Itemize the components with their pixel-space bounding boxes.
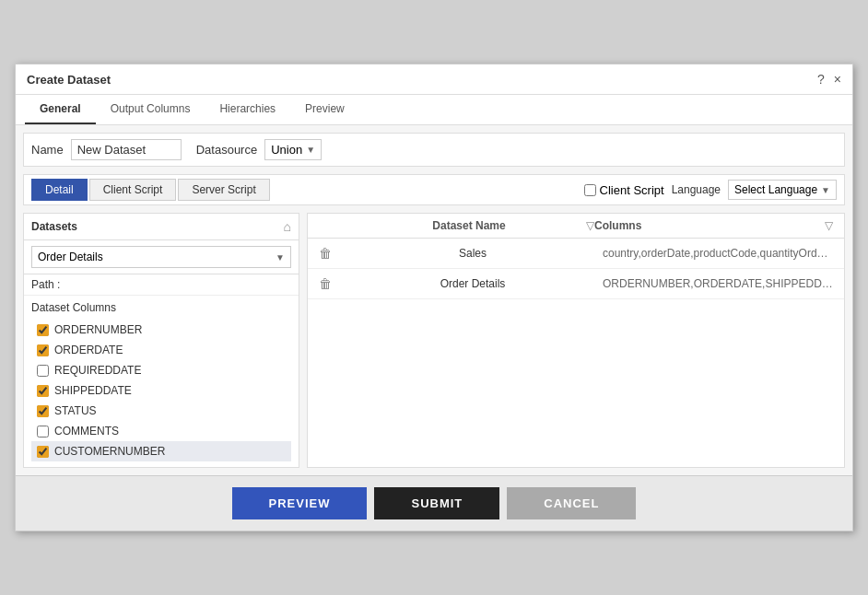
column-item: REQUIREDDATE xyxy=(31,360,291,380)
dataset-dropdown-chevron: ▼ xyxy=(276,252,285,262)
column-checkbox[interactable] xyxy=(37,365,49,377)
main-content: Datasets ⌂ Order Details ▼ Path : Datase… xyxy=(23,213,845,468)
column-item: CUSTOMERNUMBER xyxy=(31,441,291,461)
content-area: Name Datasource Union ▼ Detail Client Sc… xyxy=(16,125,852,475)
column-item: COMMENTS xyxy=(31,421,291,441)
dialog-title: Create Dataset xyxy=(27,73,111,87)
sub-tab-detail[interactable]: Detail xyxy=(31,179,88,201)
right-panel: Dataset Name ▽ Columns ▽ 🗑Salescountry,o… xyxy=(307,213,845,468)
path-row: Path : xyxy=(24,274,299,296)
column-item: ORDERNUMBER xyxy=(31,320,291,340)
submit-button[interactable]: SUBMIT xyxy=(374,487,499,519)
col-header-columns: Columns xyxy=(594,219,821,232)
column-item: STATUS xyxy=(31,401,291,421)
help-icon[interactable]: ? xyxy=(817,72,825,87)
dataset-dropdown[interactable]: Order Details ▼ xyxy=(31,246,291,268)
name-input[interactable] xyxy=(71,139,182,160)
toolbar-row: Name Datasource Union ▼ xyxy=(23,133,845,167)
columns-filter-icon[interactable]: ▽ xyxy=(825,219,833,232)
sub-tab-right-controls: Client Script Language Select Language ▼ xyxy=(584,180,837,200)
sub-tabs: Detail Client Script Server Script xyxy=(31,179,270,201)
sub-tab-server-script[interactable]: Server Script xyxy=(178,179,269,201)
columns-title: Dataset Columns xyxy=(31,301,291,314)
col-header-dataset-name: Dataset Name xyxy=(356,219,582,232)
row-columns-value: country,orderDate,productCode,quantityOr… xyxy=(603,247,833,260)
column-checkbox[interactable] xyxy=(37,385,49,397)
tab-hierarchies[interactable]: Hierarchies xyxy=(205,95,290,124)
language-label: Language xyxy=(672,183,721,196)
tab-preview[interactable]: Preview xyxy=(290,95,359,124)
table-row: 🗑Salescountry,orderDate,productCode,quan… xyxy=(308,239,844,269)
column-checkbox[interactable] xyxy=(37,344,49,356)
column-checkbox[interactable] xyxy=(37,426,49,438)
columns-section: Dataset Columns ORDERNUMBERORDERDATEREQU… xyxy=(24,296,299,467)
datasource-label: Datasource xyxy=(196,143,257,157)
path-label: Path : xyxy=(31,278,60,291)
column-checkbox[interactable] xyxy=(37,405,49,417)
language-placeholder: Select Language xyxy=(734,183,817,196)
datasets-title: Datasets xyxy=(31,220,77,233)
column-checkbox[interactable] xyxy=(37,446,49,458)
column-item: ORDERDATE xyxy=(31,340,291,360)
language-dropdown[interactable]: Select Language ▼ xyxy=(728,180,837,200)
left-panel: Datasets ⌂ Order Details ▼ Path : Datase… xyxy=(23,213,299,468)
header-icons: ? × xyxy=(817,72,841,87)
name-label: Name xyxy=(31,143,64,157)
selected-dataset: Order Details xyxy=(38,251,103,263)
dialog-header: Create Dataset ? × xyxy=(16,64,852,95)
column-name: CUSTOMERNUMBER xyxy=(54,445,165,458)
column-name: COMMENTS xyxy=(54,425,119,438)
language-chevron: ▼ xyxy=(821,185,830,195)
tab-general[interactable]: General xyxy=(25,95,96,124)
column-name: SHIPPEDDATE xyxy=(54,384,132,397)
preview-button[interactable]: PREVIEW xyxy=(232,487,368,519)
main-tabs-bar: General Output Columns Hierarchies Previ… xyxy=(16,95,852,125)
column-name: ORDERDATE xyxy=(54,344,123,356)
sub-tabs-row: Detail Client Script Server Script Clien… xyxy=(23,174,845,205)
column-checkbox[interactable] xyxy=(37,324,49,336)
row-dataset-name: Sales xyxy=(343,247,603,260)
datasource-select[interactable]: Union ▼ xyxy=(264,139,322,160)
home-icon[interactable]: ⌂ xyxy=(284,219,291,234)
dataset-filter-icon[interactable]: ▽ xyxy=(586,219,594,232)
footer: PREVIEW SUBMIT CANCEL xyxy=(16,475,852,531)
table-row: 🗑Order DetailsORDERNUMBER,ORDERDATE,SHIP… xyxy=(308,269,844,299)
sub-tab-client-script[interactable]: Client Script xyxy=(89,179,177,201)
column-name: STATUS xyxy=(54,404,97,417)
column-name: REQUIREDDATE xyxy=(54,364,141,377)
column-item: SHIPPEDDATE xyxy=(31,380,291,401)
client-script-label: Client Script xyxy=(600,183,664,197)
right-panel-header: Dataset Name ▽ Columns ▽ xyxy=(308,214,844,239)
left-panel-header: Datasets ⌂ xyxy=(24,214,299,240)
delete-row-icon[interactable]: 🗑 xyxy=(319,246,332,261)
row-columns-value: ORDERNUMBER,ORDERDATE,SHIPPEDDAT... xyxy=(603,277,833,290)
create-dataset-dialog: Create Dataset ? × General Output Column… xyxy=(15,64,853,531)
dataset-select-row: Order Details ▼ xyxy=(24,240,299,274)
close-icon[interactable]: × xyxy=(834,72,841,87)
right-panel-rows: 🗑Salescountry,orderDate,productCode,quan… xyxy=(308,239,844,467)
datasource-chevron: ▼ xyxy=(306,145,315,155)
tab-output-columns[interactable]: Output Columns xyxy=(96,95,205,124)
client-script-checkbox-container: Client Script xyxy=(584,183,664,197)
client-script-checkbox[interactable] xyxy=(584,184,596,196)
delete-row-icon[interactable]: 🗑 xyxy=(319,276,332,291)
datasource-value: Union xyxy=(271,143,302,157)
columns-list: ORDERNUMBERORDERDATEREQUIREDDATESHIPPEDD… xyxy=(31,320,291,461)
cancel-button[interactable]: CANCEL xyxy=(507,487,636,519)
row-dataset-name: Order Details xyxy=(343,277,603,290)
column-name: ORDERNUMBER xyxy=(54,323,142,336)
